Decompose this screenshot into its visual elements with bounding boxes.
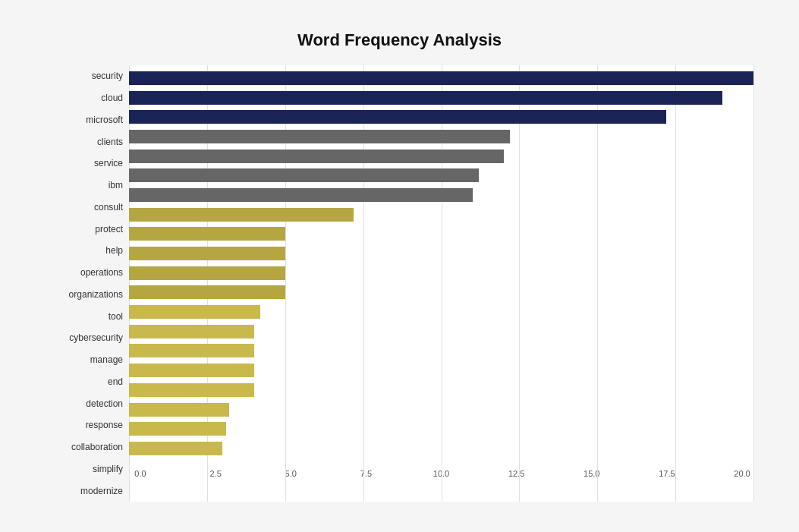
y-label: service [94, 159, 123, 168]
chart-title: Word Frequency Analysis [297, 30, 502, 50]
bar-row [129, 323, 753, 340]
bar [129, 285, 285, 299]
bar [129, 422, 226, 436]
bar [129, 71, 753, 85]
bar [129, 364, 254, 377]
bar [129, 344, 254, 357]
y-label: manage [90, 355, 123, 364]
y-label: response [86, 420, 123, 430]
y-label: modernize [80, 486, 123, 496]
bar-row [129, 187, 753, 203]
bar-row [129, 342, 753, 359]
y-label: cloud [101, 93, 123, 102]
bars-and-grid: 0.02.55.07.510.012.515.017.520.0 Frequen… [129, 65, 753, 502]
bar-row [129, 420, 753, 437]
y-labels: securitycloudmicrosoftclientsserviceibmc… [46, 65, 129, 502]
bar [129, 227, 285, 241]
bar-row [129, 90, 753, 106]
bar-row [129, 109, 753, 125]
bar-row [129, 206, 753, 223]
bar-row [129, 284, 753, 301]
y-label: simplify [93, 464, 123, 474]
bar [129, 130, 510, 143]
bar [129, 110, 666, 124]
bar [129, 442, 222, 455]
y-label: detection [86, 399, 123, 408]
bar-row [129, 382, 753, 398]
y-label: operations [80, 268, 123, 277]
grid-line [753, 65, 754, 502]
bar [129, 247, 285, 260]
bar [129, 168, 479, 182]
y-label: cybersecurity [69, 333, 123, 342]
bar-row [129, 265, 753, 282]
chart-area: securitycloudmicrosoftclientsserviceibmc… [46, 65, 753, 502]
bar-row [129, 362, 753, 379]
bar-row [129, 401, 753, 418]
y-label: tool [109, 312, 123, 321]
bars-wrapper [129, 65, 753, 461]
bar [129, 188, 473, 202]
bar [129, 403, 229, 417]
y-label: clients [97, 137, 123, 146]
bar [129, 266, 285, 280]
y-label: security [92, 71, 123, 80]
bar [129, 305, 260, 319]
chart-container: Word Frequency Analysis securitycloudmic… [15, 15, 784, 532]
bar-row [129, 148, 753, 165]
bar [129, 91, 722, 105]
bar [129, 325, 254, 338]
y-label: ibm [109, 181, 123, 190]
bar-row [129, 245, 753, 262]
bar-row [129, 304, 753, 320]
y-label: organizations [69, 290, 123, 299]
bar-row [129, 128, 753, 145]
bar-row [129, 440, 753, 457]
y-label: end [108, 377, 123, 386]
bar-row [129, 70, 753, 87]
bar-row [129, 225, 753, 242]
bar [129, 383, 254, 397]
bar [129, 150, 504, 163]
bar [129, 208, 354, 222]
y-label: microsoft [86, 115, 123, 124]
y-label: collaboration [71, 442, 123, 452]
y-label: consult [94, 203, 123, 212]
bar-row [129, 167, 753, 184]
y-label: help [105, 246, 123, 255]
y-label: protect [95, 225, 123, 234]
